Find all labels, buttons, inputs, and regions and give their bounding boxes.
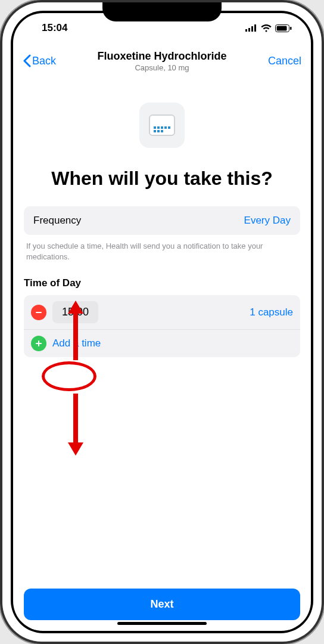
add-time-row[interactable]: Add a time (24, 329, 300, 357)
frequency-value: Every Day (244, 215, 291, 227)
plus-icon (35, 339, 43, 348)
svg-rect-7 (36, 312, 42, 313)
wifi-icon (261, 24, 272, 32)
svg-rect-0 (245, 29, 247, 32)
add-time-button[interactable] (31, 336, 46, 351)
svg-rect-9 (36, 343, 42, 344)
svg-rect-6 (290, 27, 292, 30)
annotation-highlight-oval (42, 361, 96, 391)
remove-time-button[interactable] (31, 305, 46, 320)
time-of-day-heading: Time of Day (24, 277, 300, 289)
add-time-label: Add a time (52, 338, 101, 349)
prompt-heading: When will you take this? (24, 167, 300, 190)
screen: 15:04 Back (13, 13, 311, 631)
notification-hint: If you schedule a time, Health will send… (24, 241, 300, 262)
time-row: 15:00 1 capsule (24, 295, 300, 329)
status-time: 15:04 (42, 22, 67, 34)
content-area: When will you take this? Frequency Every… (13, 79, 311, 578)
cellular-signal-icon (245, 24, 257, 32)
page-title: Fluoxetine Hydrochloride (56, 50, 268, 63)
svg-rect-5 (277, 26, 287, 30)
minus-icon (35, 308, 43, 317)
page-subtitle: Capsule, 10 mg (56, 63, 268, 72)
battery-icon (275, 24, 292, 32)
time-list: 15:00 1 capsule Add a time (24, 295, 300, 357)
hero-icon-wrap (24, 103, 300, 148)
nav-title-block: Fluoxetine Hydrochloride Capsule, 10 mg (56, 50, 268, 72)
svg-rect-1 (248, 28, 250, 32)
navigation-bar: Back Fluoxetine Hydrochloride Capsule, 1… (13, 43, 311, 79)
frequency-label: Frequency (33, 215, 81, 227)
device-frame: 15:04 Back (0, 0, 324, 644)
next-button[interactable]: Next (24, 589, 300, 620)
status-right (245, 24, 292, 32)
svg-rect-3 (254, 24, 256, 32)
cancel-button[interactable]: Cancel (268, 55, 301, 67)
svg-marker-13 (68, 442, 83, 456)
svg-rect-2 (251, 26, 253, 32)
home-indicator[interactable] (117, 622, 207, 625)
device-bezel: 15:04 Back (11, 11, 313, 633)
device-notch (102, 2, 222, 21)
frequency-row[interactable]: Frequency Every Day (24, 206, 300, 235)
time-picker[interactable]: 15:00 (52, 301, 98, 323)
dose-value[interactable]: 1 capsule (250, 306, 293, 318)
back-button[interactable]: Back (23, 54, 56, 67)
back-label: Back (32, 55, 56, 67)
annotation-arrow-down-icon (67, 390, 85, 456)
calendar-hero-icon (139, 103, 185, 148)
chevron-left-icon (23, 54, 31, 67)
